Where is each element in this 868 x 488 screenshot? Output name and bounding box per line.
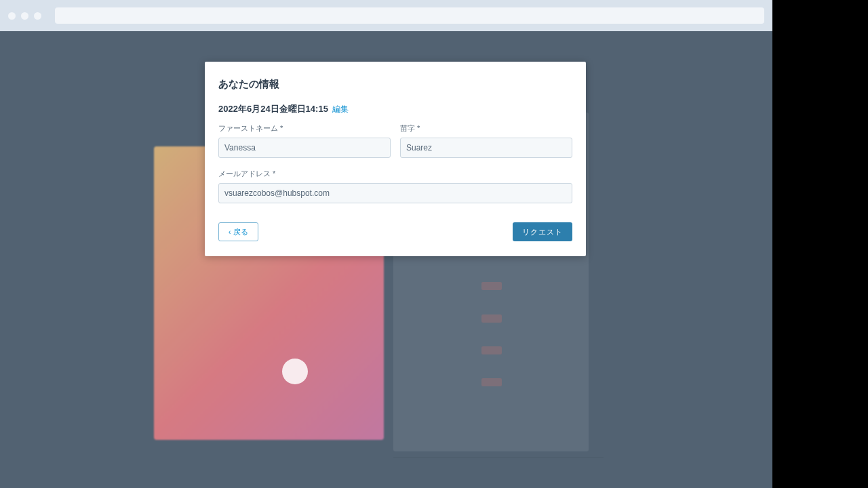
- window-close-icon[interactable]: [8, 12, 16, 20]
- browser-chrome: [0, 0, 772, 31]
- address-bar[interactable]: [55, 7, 764, 24]
- last-name-label: 苗字 *: [400, 123, 572, 134]
- first-name-input[interactable]: [218, 138, 391, 158]
- last-name-input[interactable]: [400, 138, 572, 158]
- bg-time-slot: [481, 346, 502, 354]
- selected-datetime: 2022年6月24日金曜日14:15: [218, 104, 328, 114]
- modal-datetime: 2022年6月24日金曜日14:15 編集: [218, 103, 572, 115]
- window-minimize-icon[interactable]: [21, 12, 28, 20]
- bg-circle-icon: [282, 359, 308, 384]
- email-label: メールアドレス *: [218, 169, 572, 179]
- request-button[interactable]: リクエスト: [513, 222, 572, 241]
- first-name-label: ファーストネーム *: [218, 123, 391, 134]
- back-button-label: 戻る: [233, 227, 248, 237]
- bg-time-slot: [481, 378, 502, 386]
- edit-link[interactable]: 編集: [332, 104, 349, 114]
- modal-title: あなたの情報: [218, 78, 572, 91]
- email-input[interactable]: [218, 183, 572, 203]
- back-button[interactable]: ‹ 戻る: [218, 222, 258, 241]
- request-button-label: リクエスト: [522, 227, 563, 237]
- bg-time-slot: [481, 282, 502, 290]
- your-info-modal: あなたの情報 2022年6月24日金曜日14:15 編集 ファーストネーム * …: [205, 62, 586, 256]
- bg-time-slot: [481, 314, 502, 323]
- window-maximize-icon[interactable]: [34, 12, 41, 20]
- chevron-left-icon: ‹: [229, 228, 231, 236]
- window-controls[interactable]: [8, 12, 41, 20]
- bg-divider: [393, 457, 604, 458]
